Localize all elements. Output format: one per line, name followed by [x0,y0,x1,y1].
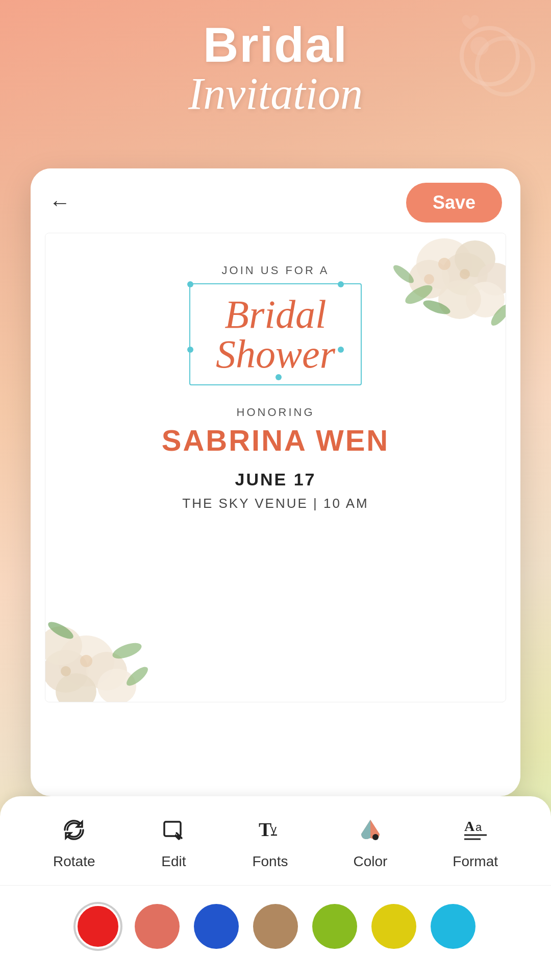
join-us-text: JOIN US FOR A [45,264,506,277]
top-bar: ← Save [31,168,520,233]
svg-point-32 [372,834,379,840]
color-swatch-cyan[interactable] [431,904,475,949]
venue-text: THE SKY VENUE | 10 AM [45,496,506,511]
color-swatch-blue[interactable] [194,904,239,949]
fonts-icon: T y [257,817,283,847]
toolbar-item-color[interactable]: Color [353,817,387,870]
name-text: SABRINA WEN [45,423,506,457]
svg-point-24 [61,666,71,676]
toolbar-icons: Rotate Edit T y Fonts [0,817,551,886]
shower-text: Shower [216,334,335,374]
toolbar-label-format: Format [453,853,498,870]
header-area: Bridal Invitation [0,20,551,119]
invitation-card: JOIN US FOR A Bridal Shower HONORING SAB… [45,233,506,702]
title-bridal: Bridal [0,20,551,69]
toolbar-label-fonts: Fonts [252,853,288,870]
format-icon: A a [462,817,489,847]
bridal-text: Bridal [216,295,335,334]
card-container: ← Save [31,168,520,796]
bridal-shower-box[interactable]: Bridal Shower [189,283,362,385]
color-swatch-green[interactable] [312,904,357,949]
color-swatches [0,886,551,949]
toolbar-item-format[interactable]: A a Format [453,817,498,870]
honoring-text: HONORING [45,406,506,419]
toolbar-item-edit[interactable]: Edit [160,817,187,870]
svg-text:A: A [464,818,475,834]
color-swatch-yellow[interactable] [371,904,416,949]
title-invitation: Invitation [0,69,551,119]
save-button[interactable]: Save [406,183,502,223]
bottom-toolbar: Rotate Edit T y Fonts [0,796,551,980]
rotate-icon [61,817,87,847]
card-content: JOIN US FOR A Bridal Shower HONORING SAB… [45,233,506,511]
edit-icon [160,817,187,847]
color-swatch-tan[interactable] [253,904,298,949]
color-icon [357,817,384,847]
svg-text:a: a [475,821,482,834]
back-button[interactable]: ← [49,190,70,215]
color-swatch-coral[interactable] [135,904,180,949]
toolbar-label-rotate: Rotate [53,853,95,870]
date-text: JUNE 17 [45,470,506,489]
svg-text:y: y [271,823,277,836]
svg-point-23 [80,655,92,667]
toolbar-item-fonts[interactable]: T y Fonts [252,817,288,870]
svg-text:T: T [259,819,271,840]
toolbar-label-edit: Edit [161,853,186,870]
color-swatch-red[interactable] [76,904,120,949]
toolbar-label-color: Color [353,853,387,870]
toolbar-item-rotate[interactable]: Rotate [53,817,95,870]
floral-bottom-left [45,559,188,702]
